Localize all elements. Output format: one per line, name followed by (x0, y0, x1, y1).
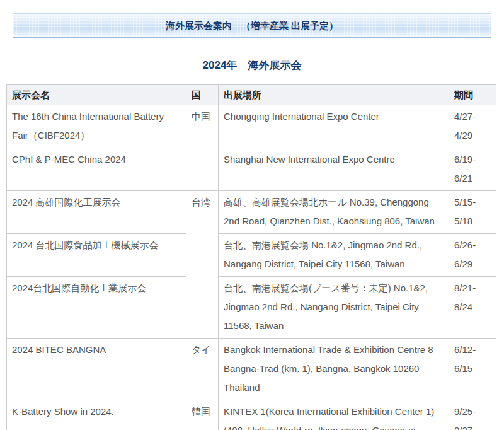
exhibition-name-cell: The 16th China International Battery Fai… (7, 105, 186, 148)
period-cell: 4/27- 4/29 (449, 105, 496, 148)
venue-cell: Shanghai New International Expo Centre (219, 148, 449, 191)
exhibition-name-cell: 2024 高雄国際化工展示会 (7, 191, 186, 234)
venue-cell: 台北、南港展覧会場(ブース番号：未定) No.1&2, Jingmao 2nd … (219, 277, 449, 339)
exhibitions-table: 展示会名 国 出展場所 期間 The 16th China Internatio… (6, 84, 496, 430)
exhibition-name-cell: CPhI & P-MEC China 2024 (7, 148, 186, 191)
table-row: 2024台北国際自動化工業展示会 台北、南港展覧会場(ブース番号：未定) No.… (7, 277, 496, 339)
page-banner: 海外展示会案内 （増幸産業 出展予定） (13, 13, 491, 38)
venue-cell: 台北、南港展覧会場 No.1&2, Jingmao 2nd Rd., Nanga… (219, 234, 449, 277)
period-cell: 8/21- 8/24 (449, 277, 496, 339)
page-title: 2024年 海外展示会 (0, 58, 504, 73)
venue-cell: Chongqing International Expo Center (219, 105, 449, 148)
column-header-period: 期間 (449, 85, 496, 105)
venue-cell: 高雄、高雄展覧会場北ホール No.39, Chenggong 2nd Road,… (219, 191, 449, 234)
period-cell: 5/15- 5/18 (449, 191, 496, 234)
table-row: 2024 高雄国際化工展示会 台湾 高雄、高雄展覧会場北ホール No.39, C… (7, 191, 496, 234)
column-header-country: 国 (186, 85, 219, 105)
period-cell: 6/12- 6/15 (449, 339, 496, 400)
table-row: CPhI & P-MEC China 2024 Shanghai New Int… (7, 148, 496, 191)
table-row: The 16th China International Battery Fai… (7, 105, 496, 148)
exhibition-name-cell: K-Battery Show in 2024. (7, 400, 186, 430)
country-cell-taiwan: 台湾 (186, 191, 219, 339)
table-row: 2024 BITEC BANGNA タイ Bangkok Internation… (7, 339, 496, 400)
column-header-venue: 出展場所 (219, 85, 449, 105)
exhibition-name-cell: 2024台北国際自動化工業展示会 (7, 277, 186, 339)
period-cell: 6/26- 6/29 (449, 234, 496, 277)
exhibition-name-cell: 2024 BITEC BANGNA (7, 339, 186, 400)
country-cell-china: 中国 (186, 105, 219, 191)
column-header-exhibition-name: 展示会名 (7, 85, 186, 105)
period-cell: 6/19- 6/21 (449, 148, 496, 191)
venue-cell: KINTEX 1(Korea International Exhibition … (219, 400, 449, 430)
country-cell-korea: 韓国 (186, 400, 219, 430)
banner-title: 海外展示会案内 （増幸産業 出展予定） (166, 20, 338, 31)
period-cell: 9/25- 9/27 (449, 400, 496, 430)
table-row: K-Battery Show in 2024. 韓国 KINTEX 1(Kore… (7, 400, 496, 430)
country-cell-thailand: タイ (186, 339, 219, 400)
venue-cell: Bangkok International Trade & Exhibition… (219, 339, 449, 400)
table-header-row: 展示会名 国 出展場所 期間 (7, 85, 496, 105)
exhibition-name-cell: 2024 台北国際食品加工機械展示会 (7, 234, 186, 277)
table-row: 2024 台北国際食品加工機械展示会 台北、南港展覧会場 No.1&2, Jin… (7, 234, 496, 277)
